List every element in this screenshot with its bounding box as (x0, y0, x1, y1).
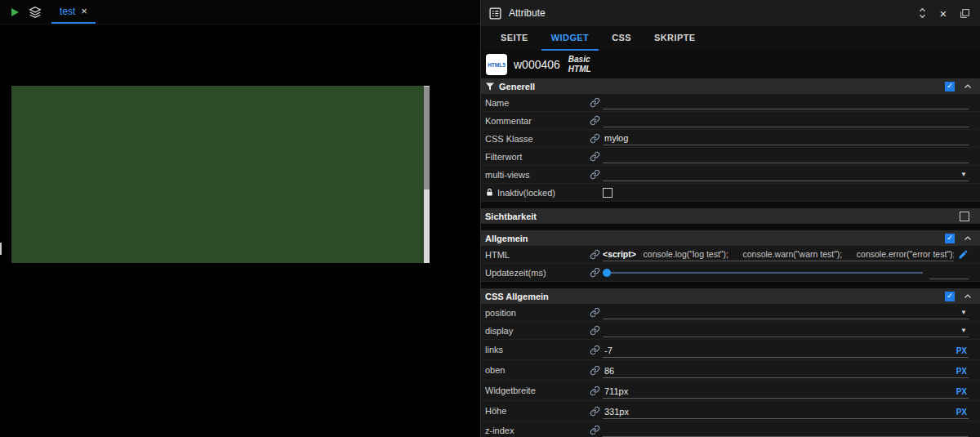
tab-skripte[interactable]: SKRIPTE (644, 26, 705, 51)
edit-pencil-icon[interactable] (958, 249, 969, 260)
section-allgemein-checkbox[interactable] (945, 234, 955, 243)
script-tag: <script> (603, 249, 636, 259)
link-icon[interactable] (590, 249, 603, 260)
link-icon[interactable] (590, 97, 603, 108)
section-title: CSS Allgemein (485, 292, 549, 301)
panel-title: Attribute (509, 7, 546, 19)
row-label: position (485, 308, 590, 318)
row-label: Widgetbreite (485, 386, 590, 395)
html-code: console.log("log test"); console.warn("w… (636, 249, 954, 259)
row-label: HTML (485, 250, 590, 260)
link-icon[interactable] (590, 151, 603, 162)
css-klasse-input[interactable] (603, 133, 969, 143)
collapse-expand-icon[interactable] (915, 6, 929, 20)
unit-px[interactable]: PX (955, 367, 969, 376)
attribute-row-css-klasse: CSS Klasse (481, 130, 980, 148)
filterwort-input[interactable] (603, 151, 969, 161)
widget-type: HTML (568, 65, 591, 75)
row-label: Filterwort (485, 152, 590, 162)
widget-info-bar: HTML5 w000406 Basic HTML (481, 51, 980, 78)
unit-px[interactable]: PX (955, 408, 969, 417)
attribute-list-icon (488, 7, 502, 20)
sichtbarkeit-checkbox[interactable] (960, 212, 969, 221)
widgetbreite-input[interactable] (603, 386, 955, 396)
close-icon[interactable]: × (936, 6, 951, 20)
attribute-row-links: links PX (481, 340, 980, 360)
chevron-down-icon[interactable]: ▼ (959, 309, 969, 316)
section-css-allgemein-checkbox[interactable] (945, 292, 955, 301)
widget-scrollbar-thumb[interactable] (424, 87, 430, 190)
link-icon[interactable] (590, 425, 603, 435)
play-icon[interactable] (11, 8, 19, 16)
layers-icon[interactable] (29, 6, 42, 19)
dock-icon[interactable] (957, 6, 972, 20)
attribute-row-position: position ▼ (481, 304, 980, 322)
hoehe-input[interactable] (603, 407, 955, 417)
attribute-row-hoehe: Höhe PX (481, 401, 980, 421)
attribute-panel: Attribute × SEITE WIDGET CSS SKRIPTE HTM… (481, 0, 980, 437)
tab-test-label: test (60, 6, 75, 17)
unit-px[interactable]: PX (955, 387, 969, 396)
link-icon[interactable] (590, 133, 603, 144)
section-header-generell[interactable]: Generell (481, 78, 980, 94)
section-generell-checkbox[interactable] (945, 82, 955, 91)
section-header-allgemein[interactable]: Allgemein (481, 230, 980, 246)
row-label: CSS Klasse (485, 134, 590, 144)
row-label: z-index (485, 426, 590, 435)
name-input[interactable] (603, 97, 969, 107)
tab-close-icon[interactable]: × (81, 6, 87, 16)
row-label: multi-views (485, 170, 590, 180)
attribute-row-z-index: z-index (481, 421, 980, 437)
tab-test[interactable]: test × (51, 0, 96, 24)
attribute-row-filterwort: Filterwort (481, 148, 980, 166)
link-icon[interactable] (590, 307, 603, 318)
link-icon[interactable] (590, 345, 603, 355)
chevron-up-icon[interactable] (963, 82, 973, 91)
link-icon[interactable] (590, 386, 603, 396)
oben-input[interactable] (603, 366, 955, 376)
widget-scrollbar[interactable] (424, 86, 430, 263)
chevron-down-icon[interactable]: ▼ (959, 171, 969, 178)
link-icon[interactable] (590, 325, 603, 336)
attribute-row-kommentar: Kommentar (481, 112, 980, 130)
html-widget-icon: HTML5 (486, 54, 507, 75)
attribute-row-updatezeit: Updatezeit(ms) (481, 264, 980, 282)
updatezeit-value-input[interactable] (929, 269, 969, 279)
attribute-row-multi-views: multi-views ▼ (481, 166, 980, 184)
display-input[interactable] (603, 325, 959, 335)
html-widget-canvas[interactable] (11, 86, 430, 263)
chevron-up-icon[interactable] (963, 292, 973, 301)
links-input[interactable] (603, 346, 955, 355)
slider-knob[interactable] (603, 269, 611, 277)
html-code-field[interactable]: <script> console.log("log test"); consol… (603, 247, 954, 261)
section-header-css-allgemein[interactable]: CSS Allgemein (481, 288, 980, 304)
updatezeit-slider[interactable] (603, 266, 923, 279)
unit-px[interactable]: PX (955, 346, 969, 355)
inaktiv-checkbox[interactable] (603, 188, 612, 198)
z-index-input[interactable] (603, 425, 969, 435)
tab-widget[interactable]: WIDGET (541, 26, 599, 51)
link-icon[interactable] (590, 267, 603, 278)
attribute-row-oben: oben PX (481, 360, 980, 381)
chevron-up-icon[interactable] (963, 234, 973, 243)
link-icon[interactable] (590, 406, 603, 417)
link-icon[interactable] (590, 365, 603, 376)
tab-css[interactable]: CSS (602, 26, 641, 51)
editor-toolbar: test × (0, 0, 480, 25)
row-label: Name (485, 98, 590, 108)
kommentar-input[interactable] (603, 115, 969, 125)
widget-category: Basic (568, 55, 591, 65)
row-label: links (485, 345, 590, 355)
chevron-down-icon[interactable]: ▼ (959, 327, 969, 334)
sections-scroll-area: Generell Name Kommentar CSS Klasse (481, 78, 980, 437)
filter-icon (485, 82, 495, 91)
position-input[interactable] (603, 307, 959, 317)
link-icon[interactable] (590, 115, 603, 126)
multi-views-input[interactable] (603, 169, 959, 179)
display-dropdown[interactable]: ▼ (603, 323, 969, 337)
multi-views-dropdown[interactable]: ▼ (603, 167, 969, 181)
section-header-sichtbarkeit[interactable]: Sichtbarkeit (481, 208, 980, 224)
position-dropdown[interactable]: ▼ (603, 305, 969, 319)
link-icon[interactable] (590, 169, 603, 180)
tab-seite[interactable]: SEITE (491, 26, 538, 51)
